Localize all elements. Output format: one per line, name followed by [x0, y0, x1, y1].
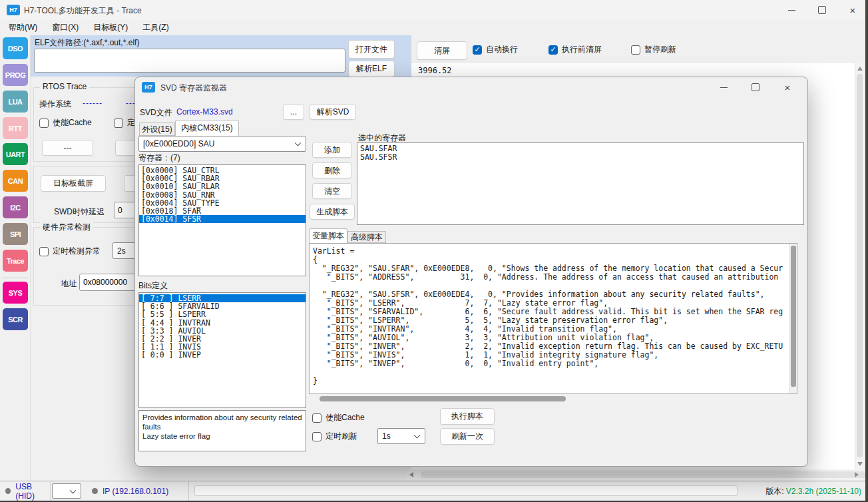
clear-button[interactable]: 清空 — [312, 183, 352, 199]
sidebar: DSO PROG LUA RTT UART CAN I2C SPI Trace … — [0, 35, 31, 481]
partial-checkbox[interactable]: 定 — [114, 117, 135, 128]
checkbox-box — [631, 45, 640, 55]
sidebar-item-can[interactable]: CAN — [3, 170, 28, 192]
svd-file-value: Cortex-M33.svd — [176, 107, 233, 117]
console-horizontal-scrollbar[interactable] — [406, 469, 864, 480]
checkbox-box — [39, 119, 49, 128]
usb-status-icon — [5, 488, 11, 494]
chevron-down-icon — [70, 487, 77, 493]
bit-item[interactable]: [ 0:0 ] INVEP — [139, 351, 306, 359]
window-title: H7-TOOL多功能开发工具 - Trace — [24, 5, 142, 17]
timed-exception-checkbox[interactable]: 定时检测异常 — [39, 246, 101, 257]
os-value: ------ — [83, 99, 103, 108]
tab-advanced-script[interactable]: 高级脚本 — [347, 231, 386, 243]
sidebar-item-prog[interactable]: PROG — [3, 64, 28, 86]
statusbar: USB (HID) IP (192.168.0.101) 版本: V2.3.2h… — [0, 481, 868, 501]
scroll-left-icon[interactable] — [409, 472, 413, 477]
script-code-area[interactable]: VarList = { "_REG32", "SAU.SFAR", 0xE000… — [309, 243, 797, 394]
parse-elf-button[interactable]: 解析ELF — [348, 61, 395, 77]
dialog-titlebar: H7 SVD 寄存器监视器 × — [135, 77, 807, 97]
menubar: 帮助(W) 窗口(X) 目标板(Y) 工具(Z) — [0, 20, 868, 35]
tab-variable-script[interactable]: 变量脚本 — [309, 228, 347, 243]
close-button[interactable]: × — [837, 0, 868, 20]
code-horizontal-scrollbar[interactable] — [309, 395, 797, 403]
open-file-button[interactable]: 打开文件 — [348, 40, 395, 59]
dialog-maximize-button[interactable] — [741, 77, 770, 97]
sidebar-item-lua[interactable]: LUA — [3, 91, 28, 113]
scroll-up-icon[interactable] — [857, 67, 863, 71]
maximize-icon — [818, 6, 826, 14]
refresh-once-button[interactable]: 刷新一次 — [440, 428, 495, 445]
register-item-selected[interactable]: [0x0014] SFSR — [139, 215, 306, 223]
register-item[interactable]: [0x0010] SAU_RLAR — [139, 182, 306, 190]
execute-script-button[interactable]: 执行脚本 — [440, 408, 495, 425]
add-button[interactable]: 添加 — [312, 142, 352, 158]
menu-tools[interactable]: 工具(Z) — [135, 20, 176, 35]
generate-script-button[interactable]: 生成脚本 — [310, 204, 355, 220]
dialog-close-button[interactable]: × — [773, 77, 802, 97]
scroll-down-icon[interactable] — [857, 462, 863, 466]
elf-path-input[interactable] — [34, 49, 345, 73]
scrollbar-thumb[interactable] — [421, 471, 868, 478]
statusbar-progress — [194, 485, 738, 496]
minimize-button[interactable] — [776, 0, 807, 20]
enable-cache-checkbox[interactable]: 使能Cache — [39, 117, 92, 128]
sidebar-item-i2c[interactable]: I2C — [3, 196, 28, 218]
maximize-button[interactable] — [807, 0, 837, 20]
pause-refresh-checkbox[interactable]: 暂停刷新 — [631, 44, 676, 55]
tab-core-cm33[interactable]: 内核CM33(15) — [175, 120, 239, 136]
bit-item[interactable]: [ 5:5 ] LSPERR — [139, 310, 306, 318]
sidebar-divider — [2, 278, 29, 278]
parse-svd-button[interactable]: 解析SVD — [310, 104, 356, 120]
delete-button[interactable]: 删除 — [312, 162, 352, 178]
dialog-title: SVD 寄存器监视器 — [160, 83, 227, 94]
bit-description: Provides information about any security … — [138, 410, 306, 451]
sidebar-item-dso[interactable]: DSO — [3, 37, 28, 59]
desktop-edge — [865, 0, 868, 502]
elf-path-label: ELF文件路径:(*.axf,*.out,*.elf) — [35, 37, 139, 49]
scrollbar-thumb[interactable] — [791, 246, 796, 387]
peripheral-select[interactable]: [0xE000EDD0] SAU — [138, 136, 306, 152]
console-output-text: 3996.52 — [418, 66, 452, 75]
menu-window[interactable]: 窗口(X) — [45, 20, 86, 35]
close-icon: × — [850, 5, 856, 15]
menu-targetboard[interactable]: 目标板(Y) — [86, 20, 135, 35]
chevron-down-icon — [295, 140, 302, 146]
checkbox-box — [473, 45, 482, 55]
scrollbar-thumb[interactable] — [857, 74, 863, 457]
dash-button[interactable]: --- — [42, 140, 93, 156]
register-item[interactable]: [0x0008] SAU_RNR — [139, 191, 306, 199]
sidebar-item-scr[interactable]: SCR — [3, 308, 28, 330]
bit-item[interactable]: [ 4:4 ] INVTRAN — [139, 319, 306, 327]
refresh-interval-select[interactable]: 1s — [377, 428, 425, 444]
autowrap-checkbox[interactable]: 自动换行 — [473, 44, 518, 55]
selected-registers-box[interactable]: SAU.SFAR SAU.SFSR — [357, 142, 804, 225]
sidebar-item-rtt[interactable]: RTT — [3, 117, 28, 139]
dialog-minimize-button[interactable] — [709, 77, 738, 97]
script-code-text: VarList = { "_REG32", "SAU.SFAR", 0xE000… — [313, 246, 783, 385]
svd-file-label: SVD文件 — [140, 107, 172, 119]
menu-help[interactable]: 帮助(W) — [1, 20, 45, 35]
select-value: 2s — [117, 246, 126, 256]
console-vertical-scrollbar[interactable] — [855, 63, 864, 469]
target-screenshot-button[interactable]: 目标板截屏 — [41, 175, 106, 192]
bits-list: [ 7:7 ] LSERR [ 6:6 ] SFARVALID [ 5:5 ] … — [138, 292, 306, 408]
statusbar-select[interactable] — [52, 483, 81, 499]
sidebar-item-spi[interactable]: SPI — [3, 223, 28, 245]
sidebar-item-sys[interactable]: SYS — [3, 282, 28, 304]
code-vertical-scrollbar[interactable] — [789, 244, 797, 393]
tab-peripherals[interactable]: 外设(15) — [139, 123, 175, 136]
scrollbar-thumb[interactable] — [320, 396, 566, 401]
checkbox-label: 自动换行 — [486, 44, 518, 55]
checkbox-box — [548, 45, 558, 55]
clear-screen-button[interactable]: 清屏 — [417, 41, 467, 60]
timed-refresh-checkbox[interactable]: 定时刷新 — [312, 431, 357, 442]
sidebar-item-trace[interactable]: Trace — [3, 250, 28, 272]
dialog-enable-cache-checkbox[interactable]: 使能Cache — [312, 412, 365, 423]
sidebar-item-uart[interactable]: UART — [3, 143, 28, 165]
usb-status: USB (HID) — [0, 481, 51, 501]
browse-button[interactable]: ... — [283, 104, 304, 120]
ip-status-icon — [92, 488, 98, 494]
clear-before-exec-checkbox[interactable]: 执行前清屏 — [548, 44, 602, 55]
scroll-right-icon[interactable] — [855, 472, 859, 477]
